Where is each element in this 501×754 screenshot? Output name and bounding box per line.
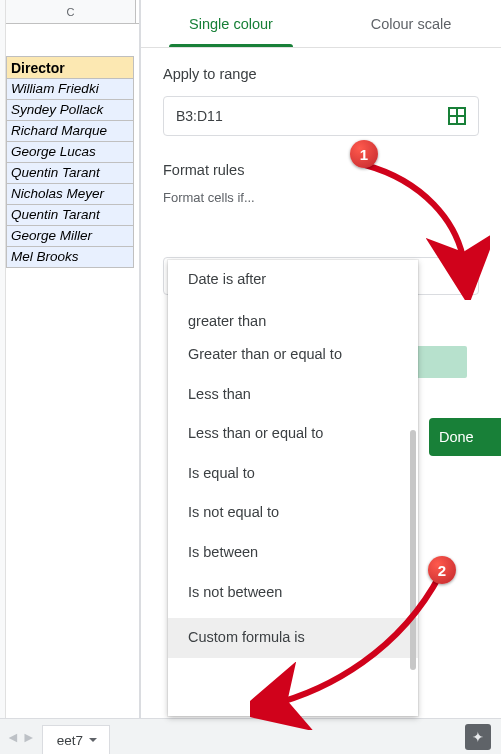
table-row[interactable]: George Lucas [6,142,134,163]
table-row[interactable]: Richard Marque [6,121,134,142]
table-row[interactable]: Nicholas Meyer [6,184,134,205]
range-grid-icon[interactable] [448,107,466,125]
table-row[interactable]: Quentin Tarant [6,163,134,184]
range-value: B3:D11 [176,108,223,124]
tab-colour-scale[interactable]: Colour scale [321,0,501,47]
table-row[interactable]: William Friedki [6,79,134,100]
format-rules-label: Format rules [163,162,479,178]
menu-item-equal[interactable]: Is equal to [168,454,418,494]
format-cells-if-label: Format cells if... [163,190,479,205]
chevron-up-icon [456,274,466,279]
menu-item-lte[interactable]: Less than or equal to [168,414,418,454]
sheet-tab-bar: ◄ ► eet7 [0,718,501,754]
sheet-tab-label: eet7 [57,733,83,748]
menu-item-between[interactable]: Is between [168,533,418,573]
apply-range-field[interactable]: B3:D11 [163,96,479,136]
chevron-down-icon [89,738,97,742]
chevron-left-icon: ◄ [6,729,20,745]
table-row[interactable]: George Miller [6,226,134,247]
chevron-right-icon: ► [22,729,36,745]
column-header-c[interactable]: C [6,0,136,23]
format-rule-dropdown-menu: Date is after greater than Greater than … [168,260,418,716]
menu-item-not-between[interactable]: Is not between [168,573,418,613]
menu-item-not-equal[interactable]: Is not equal to [168,493,418,533]
menu-item-gte[interactable]: Greater than or equal to [168,335,418,375]
done-button[interactable]: Done [429,418,501,456]
sheet-tab-active[interactable]: eet7 [42,725,110,755]
apply-to-range-label: Apply to range [163,66,479,82]
annotation-badge-1: 1 [350,140,378,168]
menu-item-greater-than[interactable]: greater than [168,300,418,336]
spreadsheet-visible-area: C Director William Friedki Syndey Pollac… [0,0,140,754]
sheet-nav-arrows[interactable]: ◄ ► [0,729,42,745]
table-row[interactable]: Mel Brooks [6,247,134,268]
explore-button[interactable] [465,724,491,750]
menu-item-less-than[interactable]: Less than [168,375,418,415]
menu-scrollbar[interactable] [410,430,416,670]
cell-header-director[interactable]: Director [6,56,134,79]
menu-item-date-is-after[interactable]: Date is after [168,260,418,300]
annotation-badge-2: 2 [428,556,456,584]
tab-single-colour[interactable]: Single colour [141,0,321,47]
table-row[interactable]: Syndey Pollack [6,100,134,121]
menu-item-custom-formula[interactable]: Custom formula is [168,618,418,658]
table-row[interactable]: Quentin Tarant [6,205,134,226]
